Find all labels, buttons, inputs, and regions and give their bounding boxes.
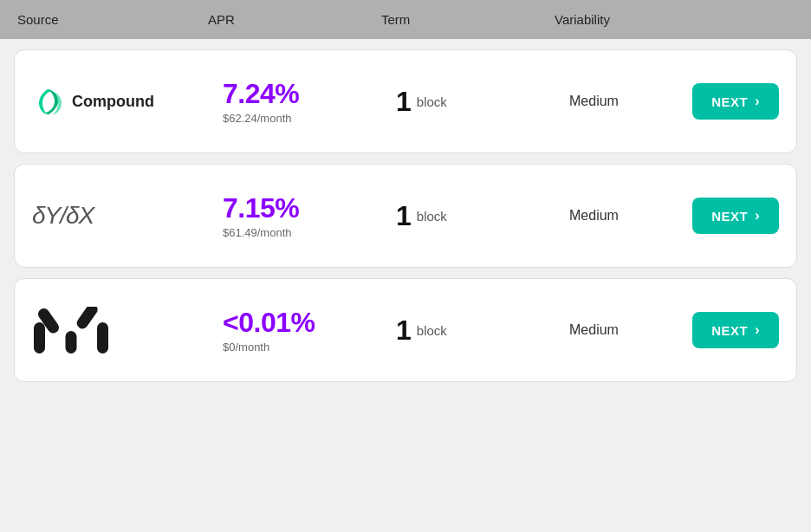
chevron-right-icon: ›: [755, 94, 760, 109]
dydx-variability: Medium: [569, 208, 692, 224]
chevron-right-icon: ›: [755, 208, 760, 224]
header-term: Term: [381, 12, 555, 27]
header-apr: APR: [208, 12, 381, 27]
compound-logo: Compound: [32, 86, 223, 117]
compound-card: Compound 7.24% $62.24/month 1 block Medi…: [14, 49, 797, 153]
dydx-term: 1 block: [396, 200, 569, 232]
cards-container: Compound 7.24% $62.24/month 1 block Medi…: [0, 39, 811, 393]
compound-apr-block: 7.24% $62.24/month: [223, 78, 396, 125]
compound-next-button[interactable]: NEXT ›: [692, 83, 779, 120]
maker-term-label: block: [417, 323, 447, 338]
svg-rect-1: [97, 322, 108, 354]
dydx-apr: 7.15%: [223, 192, 396, 224]
maker-variability: Medium: [569, 322, 692, 338]
svg-rect-4: [75, 307, 100, 331]
compound-monthly: $62.24/month: [223, 112, 396, 125]
dydx-icon: δY/δX: [32, 202, 94, 230]
dydx-card: δY/δX 7.15% $61.49/month 1 block Medium …: [14, 164, 797, 268]
dydx-apr-block: 7.15% $61.49/month: [223, 192, 396, 239]
compound-term-number: 1: [396, 86, 412, 118]
compound-next-label: NEXT: [711, 94, 748, 109]
header-variability: Variability: [555, 12, 794, 27]
compound-term: 1 block: [396, 86, 569, 118]
maker-logo: [32, 307, 223, 354]
maker-next-label: NEXT: [711, 323, 748, 338]
dydx-logo: δY/δX: [32, 202, 223, 230]
maker-next-button[interactable]: NEXT ›: [692, 312, 779, 348]
compound-icon: [32, 86, 63, 117]
dydx-term-label: block: [417, 209, 447, 224]
dydx-term-number: 1: [396, 200, 412, 232]
maker-term: 1 block: [396, 315, 569, 347]
svg-rect-2: [66, 331, 77, 354]
chevron-right-icon: ›: [755, 322, 760, 338]
compound-variability: Medium: [569, 94, 692, 109]
maker-apr: <0.01%: [223, 307, 396, 339]
svg-rect-0: [34, 322, 45, 354]
maker-apr-block: <0.01% $0/month: [223, 307, 396, 354]
maker-icon: [32, 307, 110, 354]
dydx-next-button[interactable]: NEXT ›: [692, 198, 779, 234]
compound-apr: 7.24%: [223, 78, 396, 110]
maker-term-number: 1: [396, 315, 412, 347]
dydx-next-label: NEXT: [711, 209, 748, 224]
maker-monthly: $0/month: [223, 341, 396, 354]
compound-term-label: block: [417, 94, 447, 109]
compound-name: Compound: [72, 93, 154, 111]
table-header: Source APR Term Variability: [0, 0, 811, 39]
dydx-monthly: $61.49/month: [223, 226, 396, 239]
maker-card: <0.01% $0/month 1 block Medium NEXT ›: [14, 278, 797, 382]
header-source: Source: [17, 12, 208, 27]
